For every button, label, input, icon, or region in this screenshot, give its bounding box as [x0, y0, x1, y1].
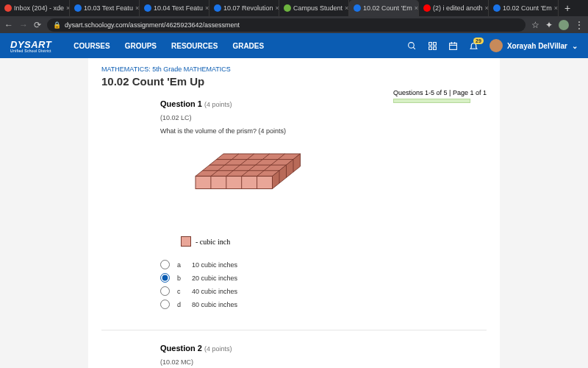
radio-input[interactable] — [160, 300, 170, 309]
browser-tab[interactable]: (2) i edited anoth× — [419, 0, 489, 16]
favicon — [74, 4, 82, 12]
question-divider — [101, 330, 487, 330]
tab-strip: Inbox (204) - xde×10.03 Text Featu×10.04… — [0, 0, 588, 16]
option-text: 10 cubic inches — [192, 261, 237, 269]
browser-chrome: Inbox (204) - xde×10.03 Text Featu×10.04… — [0, 0, 588, 33]
question-1-text: What is the volume of the prism? (4 poin… — [160, 127, 472, 135]
option-letter: c — [177, 288, 184, 295]
tab-label: 10.02 Count 'Em — [363, 4, 412, 12]
browser-tab[interactable]: 10.07 Revolution× — [209, 0, 279, 16]
favicon — [493, 4, 501, 12]
user-name: Xorayah DelVillar — [507, 42, 567, 50]
kebab-icon[interactable]: ⋮ — [575, 20, 584, 30]
tab-label: 10.03 Text Featu — [84, 4, 133, 12]
radio-input[interactable] — [160, 273, 170, 283]
svg-rect-18 — [196, 176, 273, 188]
nav-resources[interactable]: RESOURCES — [171, 42, 218, 50]
logo[interactable]: DYSART Unified School District — [10, 39, 74, 53]
notifications-icon[interactable]: 29 — [469, 40, 479, 51]
reload-icon[interactable]: ⟳ — [34, 20, 41, 30]
tab-label: 10.02 Count 'Em — [503, 4, 552, 12]
favicon — [354, 4, 361, 12]
favicon — [423, 4, 431, 12]
tab-label: Inbox (204) - xde — [14, 4, 64, 12]
progress-bar — [393, 99, 470, 103]
lock-icon: 🔒 — [53, 21, 61, 29]
svg-rect-3 — [434, 42, 437, 45]
prism-image — [168, 148, 307, 229]
answer-option[interactable]: c40 cubic inches — [160, 286, 472, 296]
calendar-icon[interactable] — [448, 40, 459, 51]
browser-tab[interactable]: 10.02 Count 'Em× — [349, 0, 419, 16]
tab-label: (2) i edited anoth — [433, 4, 483, 12]
user-menu[interactable]: Xorayah DelVillar ⌄ — [490, 39, 578, 52]
address-row: ← → ⟳ 🔒 dysart.schoology.com/assignment/… — [0, 16, 588, 33]
tab-label: 10.07 Revolution — [223, 4, 273, 12]
nav-grades[interactable]: GRADES — [232, 42, 264, 50]
progress: Questions 1-5 of 5 | Page 1 of 1 — [393, 89, 487, 103]
url-bar[interactable]: 🔒 dysart.schoology.com/assignment/462592… — [47, 18, 526, 32]
svg-rect-4 — [429, 46, 432, 49]
close-tab-icon[interactable]: × — [554, 4, 558, 12]
favicon — [4, 4, 12, 12]
extensions-icon[interactable]: ✦ — [545, 20, 553, 30]
svg-point-0 — [409, 42, 415, 48]
back-icon[interactable]: ← — [4, 20, 13, 30]
radio-input[interactable] — [160, 260, 170, 269]
main-nav: COURSES GROUPS RESOURCES GRADES — [74, 42, 264, 50]
favicon — [284, 4, 291, 12]
svg-line-1 — [414, 47, 416, 49]
close-tab-icon[interactable]: × — [205, 4, 209, 12]
cube-icon — [181, 236, 191, 247]
nav-courses[interactable]: COURSES — [74, 42, 110, 50]
page-scroll[interactable]: MATHEMATICS: 5th Grade MATHEMATICS 10.02… — [0, 58, 588, 368]
url-text: dysart.schoology.com/assignment/46259236… — [65, 21, 240, 29]
option-text: 20 cubic inches — [192, 275, 237, 282]
browser-tab[interactable]: 10.03 Text Featu× — [70, 0, 140, 16]
browser-tab[interactable]: Campus Student× — [279, 0, 349, 16]
answer-option[interactable]: d80 cubic inches — [160, 300, 472, 309]
breadcrumb[interactable]: MATHEMATICS: 5th Grade MATHEMATICS — [101, 66, 487, 73]
apps-icon[interactable] — [428, 40, 438, 51]
assessment-sheet: MATHEMATICS: 5th Grade MATHEMATICS 10.02… — [88, 58, 500, 368]
question-1-code: (10.02 LC) — [160, 114, 472, 121]
favicon — [214, 4, 221, 12]
star-icon[interactable]: ☆ — [531, 20, 539, 30]
profile-avatar-icon[interactable] — [559, 20, 569, 30]
close-tab-icon[interactable]: × — [135, 4, 139, 12]
svg-rect-5 — [434, 46, 437, 49]
answer-option[interactable]: a10 cubic inches — [160, 260, 472, 269]
chevron-down-icon: ⌄ — [572, 42, 578, 50]
notif-badge: 29 — [473, 38, 484, 44]
avatar — [490, 39, 503, 52]
nav-groups[interactable]: GROUPS — [125, 42, 157, 50]
close-tab-icon[interactable]: × — [345, 4, 348, 12]
question-1-options: a10 cubic inchesb20 cubic inchesc40 cubi… — [160, 260, 472, 309]
question-2-code: (10.02 MC) — [160, 358, 472, 366]
svg-rect-6 — [450, 43, 457, 49]
site-header: DYSART Unified School District COURSES G… — [0, 33, 588, 58]
question-2: Question 2 (4 points) (10.02 MC) Which b… — [160, 344, 472, 368]
search-icon[interactable] — [407, 40, 417, 51]
question-1: Question 1 (4 points) (10.02 LC) What is… — [160, 99, 472, 309]
option-text: 80 cubic inches — [192, 301, 237, 308]
forward-icon[interactable]: → — [19, 20, 28, 30]
option-letter: b — [177, 275, 184, 282]
favicon — [144, 4, 151, 12]
new-tab-button[interactable]: + — [559, 2, 576, 14]
browser-tab[interactable]: 10.02 Count 'Em× — [489, 0, 559, 16]
browser-tab[interactable]: 10.04 Text Featu× — [140, 0, 209, 16]
prism-legend: - cubic inch — [181, 236, 472, 247]
radio-input[interactable] — [160, 286, 170, 296]
option-text: 40 cubic inches — [192, 288, 237, 295]
option-letter: a — [177, 261, 184, 269]
tab-label: Campus Student — [293, 4, 343, 12]
option-letter: d — [177, 301, 184, 308]
svg-rect-2 — [429, 42, 432, 45]
close-tab-icon[interactable]: × — [415, 4, 418, 12]
progress-label: Questions 1-5 of 5 | Page 1 of 1 — [393, 89, 487, 96]
page-title: 10.02 Count 'Em Up — [101, 75, 487, 88]
tab-label: 10.04 Text Featu — [154, 4, 203, 12]
answer-option[interactable]: b20 cubic inches — [160, 273, 472, 283]
browser-tab[interactable]: Inbox (204) - xde× — [0, 0, 70, 16]
